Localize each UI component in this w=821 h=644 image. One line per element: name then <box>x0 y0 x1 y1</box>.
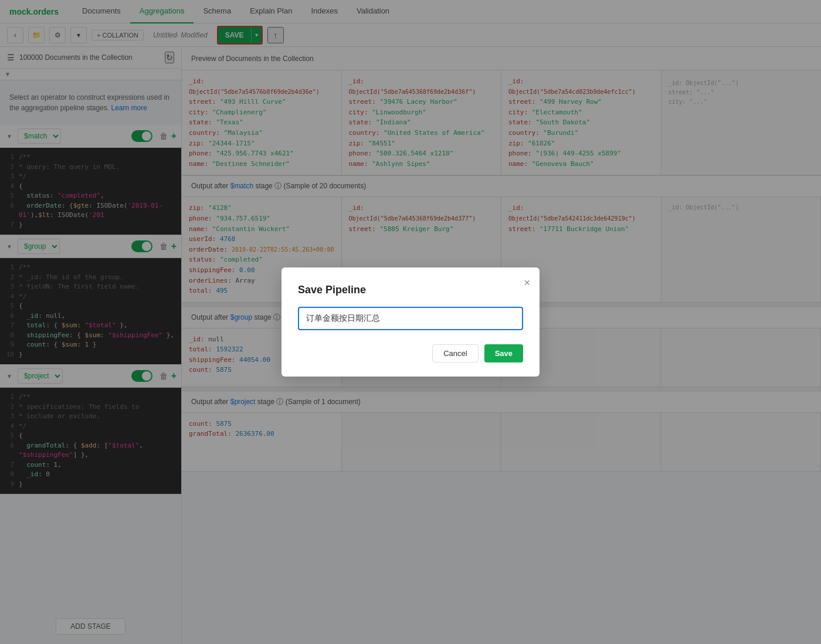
modal-actions: Cancel Save <box>298 344 523 362</box>
pipeline-name-input[interactable] <box>298 307 523 330</box>
modal-close-button[interactable]: × <box>524 277 530 289</box>
save-pipeline-modal: × Save Pipeline Cancel Save <box>281 267 540 377</box>
modal-overlay: × Save Pipeline Cancel Save <box>0 0 821 644</box>
modal-cancel-button[interactable]: Cancel <box>432 344 478 362</box>
modal-title: Save Pipeline <box>298 284 523 296</box>
modal-save-button[interactable]: Save <box>484 344 523 362</box>
